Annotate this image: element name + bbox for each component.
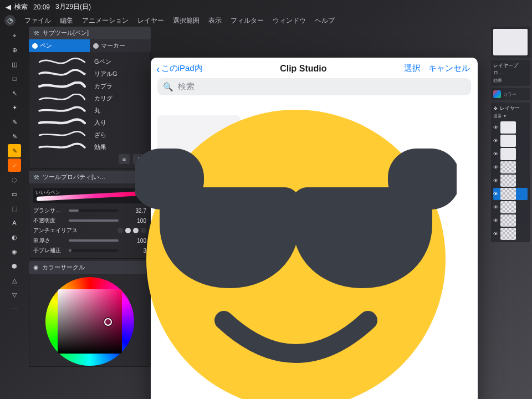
tool-button-12[interactable]: ⬚ <box>8 202 21 215</box>
tool-property-row[interactable]: アンチエイリアス <box>33 226 146 236</box>
subtool-tab-marker[interactable]: マーカー <box>90 39 151 52</box>
eye-icon[interactable]: 👁 <box>493 191 499 197</box>
ios-status-bar: ◀ 検索 20:09 3月29日(日) <box>0 0 532 13</box>
layer-row[interactable]: 👁 <box>493 201 528 213</box>
subtool-settings-button[interactable]: ≡ <box>119 154 130 164</box>
menu-window[interactable]: ウィンドウ <box>273 16 306 25</box>
subtool-label: カリグ <box>94 94 112 103</box>
expand-icon[interactable]: ⊞ <box>33 237 39 243</box>
tool-button-6[interactable]: ✎ <box>8 115 21 129</box>
blend-mode-select[interactable]: 通常 <box>493 113 502 119</box>
prop-slider[interactable] <box>69 219 119 222</box>
eye-icon[interactable]: 👁 <box>493 231 499 237</box>
layer-property-title: レイヤープロ… <box>493 62 528 76</box>
tool-button-0[interactable]: ⌖ <box>8 29 21 42</box>
app-menu-bar: ◔ ファイル 編集 アニメーション レイヤー 選択範囲 表示 フィルター ウィン… <box>0 13 532 28</box>
search-icon: 🔍 <box>163 82 173 92</box>
files-back-button[interactable]: ‹ このiPad内 <box>156 63 203 74</box>
eye-icon[interactable]: 👁 <box>493 204 499 210</box>
tool-button-3[interactable]: □ <box>8 72 21 85</box>
tool-button-2[interactable]: ◫ <box>8 58 21 71</box>
menu-layer[interactable]: レイヤー <box>137 16 164 25</box>
tool-button-5[interactable]: ✦ <box>8 101 21 114</box>
prop-slider[interactable] <box>69 209 119 212</box>
subtool-item[interactable]: ざら <box>33 129 146 141</box>
tool-rail: ⌖⊕◫□↖✦✎✎✎⟋◌▭⬚A◐◉⬢△▽⋯ <box>3 27 25 389</box>
eye-icon[interactable]: 👁 <box>493 151 499 157</box>
navigator-thumbnail[interactable] <box>493 29 528 55</box>
layer-thumbnail <box>500 175 516 187</box>
tool-button-10[interactable]: ◌ <box>8 173 21 186</box>
tool-property-row[interactable]: ブラシサイズ32.7 <box>33 206 146 216</box>
hue-ring[interactable] <box>45 277 134 366</box>
subtool-label: ざら <box>94 131 106 139</box>
file-tile[interactable] <box>157 115 241 399</box>
eye-icon[interactable]: 👁 <box>493 125 499 130</box>
color-picker-handle[interactable] <box>104 318 112 326</box>
layer-row[interactable]: 👁 <box>493 121 528 134</box>
tool-button-4[interactable]: ↖ <box>8 86 21 100</box>
aa-options[interactable] <box>117 228 146 233</box>
files-select-button[interactable]: 選択 <box>404 63 421 74</box>
layer-row[interactable]: 👁 <box>493 214 528 227</box>
tool-button-8[interactable]: ✎ <box>8 144 21 157</box>
app-logo-icon[interactable]: ◔ <box>4 15 16 26</box>
subtool-item[interactable]: 入り <box>33 116 146 129</box>
file-tile[interactable] <box>250 115 334 399</box>
layer-row[interactable]: 👁 <box>493 148 528 160</box>
subtool-tab-label: ペン <box>40 42 52 50</box>
menu-help[interactable]: ヘルプ <box>315 16 335 25</box>
eye-icon[interactable]: 👁 <box>493 218 499 223</box>
subtool-item[interactable]: Gペン <box>33 55 146 68</box>
tool-button-7[interactable]: ✎ <box>8 130 21 143</box>
subtool-tab-pen[interactable]: ペン <box>29 39 90 52</box>
tool-button-15[interactable]: ◉ <box>8 245 21 258</box>
layer-row[interactable]: 👁 <box>493 228 528 240</box>
stroke-preview <box>35 106 89 115</box>
files-grid[interactable] <box>151 105 478 399</box>
eye-icon[interactable]: 👁 <box>493 178 499 183</box>
files-search-input[interactable]: 🔍 検索 <box>157 78 471 95</box>
prop-slider[interactable] <box>69 239 119 242</box>
subtool-item[interactable]: カブラ <box>33 80 146 92</box>
tool-button-1[interactable]: ⊕ <box>8 43 21 57</box>
expression-color-row[interactable]: カラー <box>491 88 530 100</box>
eye-icon[interactable]: 👁 <box>493 138 499 144</box>
menu-selection[interactable]: 選択範囲 <box>173 16 200 25</box>
layer-thumbnail <box>500 188 516 200</box>
tool-button-14[interactable]: ◐ <box>8 231 21 244</box>
files-back-label: このiPad内 <box>161 63 203 74</box>
tool-button-13[interactable]: A <box>8 216 21 229</box>
menu-animation[interactable]: アニメーション <box>82 16 129 25</box>
tool-button-16[interactable]: ⬢ <box>8 259 21 273</box>
tool-button-17[interactable]: △ <box>8 274 21 287</box>
tool-property-row[interactable]: ⊞ 厚さ100 <box>33 236 146 245</box>
menu-file[interactable]: ファイル <box>24 16 51 25</box>
subtool-add-button[interactable]: ⤓ <box>133 154 144 164</box>
menu-edit[interactable]: 編集 <box>60 16 73 25</box>
files-cancel-button[interactable]: キャンセル <box>428 63 470 74</box>
layer-row[interactable]: 👁 <box>493 135 528 147</box>
sv-square[interactable] <box>58 289 122 354</box>
stroke-preview <box>35 130 89 139</box>
tool-button-9[interactable]: ⟋ <box>8 158 21 172</box>
back-app-label[interactable]: 検索 <box>14 2 28 12</box>
tool-property-row[interactable]: 手ブレ補正3 <box>33 245 146 255</box>
stroke-preview <box>35 69 89 78</box>
tool-button-19[interactable]: ⋯ <box>8 303 21 316</box>
prop-slider[interactable] <box>69 249 119 252</box>
subtool-item[interactable]: 効果 <box>33 141 146 153</box>
tool-button-11[interactable]: ▭ <box>8 187 21 201</box>
menu-view[interactable]: 表示 <box>208 16 222 25</box>
layer-row[interactable]: 👁 <box>493 161 528 173</box>
menu-filter[interactable]: フィルター <box>231 16 264 25</box>
subtool-item[interactable]: 丸 <box>33 104 146 116</box>
tool-property-row[interactable]: 不透明度100 <box>33 216 146 226</box>
subtool-item[interactable]: カリグ <box>33 92 146 104</box>
layer-row[interactable]: 👁 <box>493 188 528 200</box>
folder-icon <box>157 115 241 181</box>
layer-row[interactable]: 👁 <box>493 175 528 187</box>
eye-icon[interactable]: 👁 <box>493 165 499 170</box>
tool-button-18[interactable]: ▽ <box>8 288 21 301</box>
subtool-item[interactable]: リアルG <box>33 68 146 80</box>
